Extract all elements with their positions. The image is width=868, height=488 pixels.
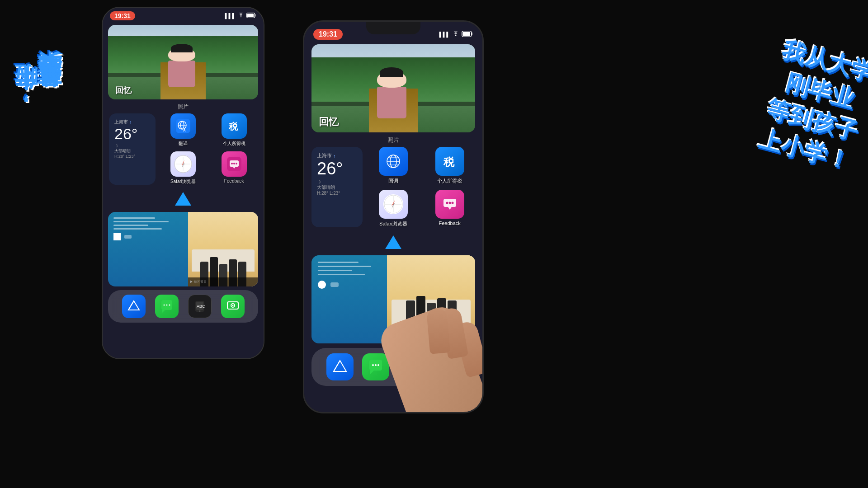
app-feedback-left[interactable]: Feedback — [211, 151, 257, 185]
weather-moon-left: ☽ — [114, 144, 150, 148]
app-row-left: 上海市 ↑ 26° ☽ 大部晴朗 H:28° L:23° — [103, 113, 264, 185]
translate-label: 翻译 — [179, 141, 188, 147]
app-translate-left[interactable]: A 翻译 — [160, 113, 207, 147]
media-thumbnail-left: ▶ 综艺节目 — [188, 212, 258, 286]
app-safari-right[interactable]: Safari浏览器 — [368, 190, 419, 227]
swipe-indicator-right — [304, 232, 482, 253]
app-tax-left[interactable]: 税 个人所得税 — [211, 113, 257, 147]
svg-point-44 — [446, 202, 448, 204]
app-safari-left[interactable]: Safari浏览器 — [160, 151, 207, 185]
weather-widget-left[interactable]: 上海市 ↑ 26° ☽ 大部晴朗 H:28° L:23° — [109, 113, 156, 185]
feedback-icon-right — [435, 190, 464, 219]
weather-highlow-left: H:28° L:23° — [114, 154, 150, 159]
feedback-label-right: Feedback — [439, 221, 461, 226]
tax-label-right: 个人所得税 — [437, 178, 462, 184]
wifi-icon-right — [452, 31, 460, 38]
app-globe-right[interactable]: 国调 — [368, 147, 419, 184]
time-right: 19:31 — [313, 29, 343, 40]
svg-text:ABC: ABC — [197, 304, 205, 309]
weather-widget-right[interactable]: 上海市 ↑ 26° ☽ 大部晴朗 H:28° L:23° — [311, 147, 363, 227]
photo-label-left: 回忆 — [115, 85, 132, 96]
photo-widget-right[interactable]: 回忆 — [311, 44, 475, 132]
photo-label-right: 回忆 — [319, 115, 339, 129]
svg-point-16 — [231, 163, 233, 164]
notch-right — [366, 22, 420, 34]
dock-appstore-right[interactable] — [326, 353, 354, 380]
dock-appstore-left[interactable] — [122, 295, 146, 318]
feedback-label: Feedback — [224, 178, 244, 183]
battery-icon-left — [246, 13, 256, 19]
svg-rect-30 — [463, 32, 470, 36]
weather-city-right: 上海市 ↑ — [317, 152, 357, 159]
media-widget-left[interactable]: ▶ 综艺节目 — [108, 212, 258, 286]
time-left: 19:31 — [110, 11, 135, 20]
weather-temp-right: 26° — [317, 159, 357, 178]
status-bar-left: 19:31 ▌▌▌ — [103, 8, 264, 22]
svg-point-46 — [451, 202, 453, 204]
safari-label: Safari浏览器 — [170, 178, 196, 185]
tax-icon: 税 — [222, 113, 247, 139]
svg-rect-1 — [247, 14, 254, 17]
status-icons-left: ▌▌▌ — [225, 13, 256, 19]
photo-app-name-right: 照片 — [304, 136, 482, 144]
left-decorative-text: 十年啦， 苹果总算追上安卓？ — [14, 68, 61, 111]
photo-app-name-left: 照片 — [103, 103, 264, 111]
media-dot-2 — [124, 235, 132, 239]
app-row-right: 上海市 ↑ 26° ☽ 大部晴朗 H:28° L:23° — [304, 147, 482, 227]
right-decorative-text: 我从大学 刚毕业 等到孩子 上小学！ — [755, 35, 868, 178]
safari-icon — [170, 151, 196, 177]
svg-text:税: 税 — [443, 156, 455, 168]
media-controls-left — [108, 212, 188, 246]
safari-icon-right — [379, 190, 408, 219]
svg-point-17 — [236, 163, 237, 164]
svg-point-49 — [375, 364, 377, 366]
svg-point-45 — [448, 202, 451, 204]
wifi-icon-left — [237, 13, 245, 19]
photo-widget-left[interactable]: 回忆 — [108, 25, 258, 99]
svg-line-18 — [128, 301, 134, 310]
screen-right: 19:31 ▌▌▌ — [304, 22, 482, 412]
svg-text:A: A — [183, 128, 186, 132]
feedback-icon — [222, 151, 247, 177]
signal-icon-left: ▌▌▌ — [225, 13, 236, 19]
phone-left: 19:31 ▌▌▌ — [102, 7, 264, 359]
weather-moon-right: ☽ — [317, 179, 357, 184]
safari-label-right: Safari浏览器 — [379, 221, 407, 227]
dock-phone-left[interactable]: ABC — [188, 295, 212, 318]
weather-condition-right: 大部晴朗 — [317, 184, 357, 191]
phone-right: 19:31 ▌▌▌ — [303, 20, 484, 413]
weather-temp-left: 26° — [114, 125, 150, 143]
tv-bottom-text: ▶ 综艺节目 — [190, 280, 207, 284]
media-dot-1 — [113, 233, 121, 240]
dock-screenmaster-left[interactable] — [221, 295, 245, 318]
dock-messages-left[interactable] — [155, 295, 179, 318]
svg-line-47 — [334, 361, 340, 371]
svg-point-20 — [166, 305, 167, 306]
svg-text:税: 税 — [228, 122, 238, 131]
globe-icon — [379, 147, 408, 176]
svg-point-28 — [232, 305, 233, 306]
dock-messages-right[interactable] — [362, 353, 389, 380]
dock-left: ABC — [108, 290, 258, 323]
svg-point-25 — [199, 310, 200, 312]
weather-city-left: 上海市 ↑ — [114, 119, 150, 125]
tax-label: 个人所得税 — [223, 141, 245, 147]
globe-label: 国调 — [388, 178, 398, 184]
signal-icon-right: ▌▌▌ — [439, 32, 450, 37]
svg-point-19 — [163, 305, 165, 306]
svg-point-48 — [372, 364, 374, 366]
app-tax-right[interactable]: 税 个人所得税 — [424, 147, 475, 184]
tax-icon-right: 税 — [435, 147, 464, 176]
battery-icon-right — [462, 31, 473, 38]
svg-point-21 — [169, 305, 170, 306]
weather-highlow-right: H:28° L:23° — [317, 191, 357, 196]
svg-point-15 — [233, 163, 235, 164]
screen-left: 19:31 ▌▌▌ — [103, 8, 264, 358]
translate-icon: A — [170, 113, 196, 139]
hand-overlay — [396, 277, 482, 412]
weather-condition-left: 大部晴朗 — [114, 148, 150, 154]
svg-point-50 — [377, 364, 379, 366]
app-feedback-right[interactable]: Feedback — [424, 190, 475, 227]
media-lines-left — [113, 217, 183, 230]
swipe-indicator-left — [103, 188, 264, 209]
